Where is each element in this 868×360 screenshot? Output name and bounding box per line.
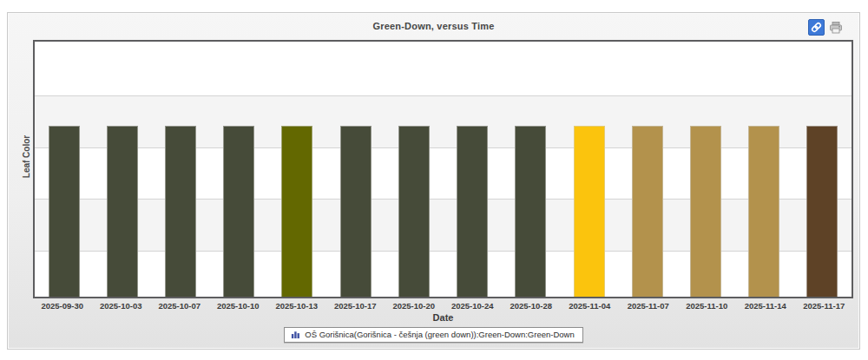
bar-2025-11-04[interactable] [574,126,605,297]
legend-item[interactable]: OŠ Gorišnica(Gorišnica - češnja (green d… [284,327,582,343]
bar-slot [268,42,326,297]
bar-slot [151,42,209,297]
x-tick-label: 2025-11-14 [736,301,795,311]
x-tick-label: 2025-09-30 [33,301,92,311]
x-tick-label: 2025-10-28 [502,301,561,311]
bar-slot [502,42,560,297]
chart-title: Green-Down, versus Time [8,21,859,31]
x-tick-label: 2025-10-13 [267,301,326,311]
bar-slot [560,42,618,297]
bar-slot [676,42,734,297]
y-axis-label: Leaf Color [22,135,31,178]
bar-2025-10-07[interactable] [165,126,196,297]
x-axis-label: Date [33,312,853,323]
bar-slot [326,42,385,297]
x-axis-ticks: 2025-09-302025-10-032025-10-072025-10-10… [33,301,853,311]
legend-label: OŠ Gorišnica(Gorišnica - češnja (green d… [305,330,574,339]
x-tick-label: 2025-10-20 [385,301,444,311]
chart-panel: Green-Down, versus Time [7,12,860,350]
bar-2025-11-07[interactable] [632,126,663,297]
legend-row: OŠ Gorišnica(Gorišnica - češnja (green d… [8,327,859,343]
bar-2025-11-10[interactable] [690,126,721,297]
bar-slot [735,42,793,297]
bar-2025-09-30[interactable] [49,126,80,297]
bar-chart-icon [291,330,300,339]
printer-icon [829,21,843,35]
bar-slot [385,42,443,297]
x-tick-label: 2025-11-10 [678,301,737,311]
bar-slot [618,42,676,297]
bar-slot [93,42,151,297]
bar-slot [35,42,93,297]
x-tick-label: 2025-10-07 [150,301,209,311]
bar-2025-10-10[interactable] [223,126,254,297]
x-tick-label: 2025-10-10 [209,301,268,311]
bar-2025-10-24[interactable] [457,126,488,297]
bar-slot [444,42,502,297]
plot-area [33,40,853,298]
x-tick-label: 2025-11-04 [561,301,620,311]
bar-2025-11-14[interactable] [748,126,779,297]
bar-slot [210,42,268,297]
x-tick-label: 2025-11-07 [619,301,678,311]
x-tick-label: 2025-11-17 [795,301,854,311]
chart-toolbar [808,19,844,36]
bar-2025-10-20[interactable] [398,126,430,297]
bar-2025-10-28[interactable] [515,126,546,297]
bar-2025-10-03[interactable] [107,126,138,297]
x-tick-label: 2025-10-03 [92,301,151,311]
bar-2025-10-13[interactable] [281,126,312,297]
permalink-button[interactable] [808,19,825,36]
bar-2025-11-17[interactable] [806,126,838,297]
x-tick-label: 2025-10-24 [444,301,503,311]
print-button[interactable] [828,20,844,36]
bar-slot [793,42,852,297]
bar-2025-10-17[interactable] [340,126,372,297]
link-icon [811,22,822,33]
bar-series [35,42,852,297]
x-tick-label: 2025-10-17 [326,301,385,311]
